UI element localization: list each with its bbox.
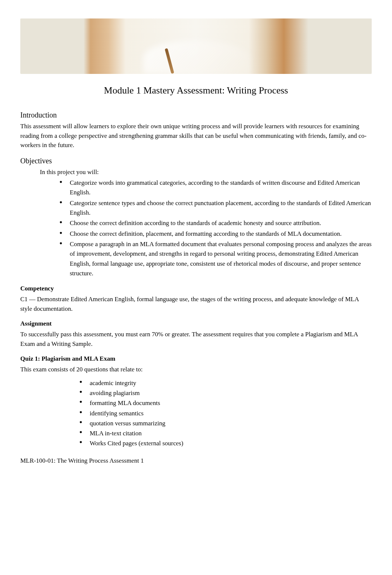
competency-text: C1 — Demonstrate Edited American English… bbox=[20, 295, 372, 313]
banner-image bbox=[20, 18, 372, 74]
objective-item: Categorize words into grammatical catego… bbox=[59, 178, 372, 198]
quiz-item: academic integrity bbox=[79, 378, 372, 388]
objective-item: Choose the correct definition, placement… bbox=[59, 229, 372, 239]
quiz-item: identifying semantics bbox=[79, 408, 372, 418]
quiz-heading: Quiz 1: Plagiarism and MLA Exam bbox=[20, 355, 372, 363]
assignment-text: To successfully pass this assessment, yo… bbox=[20, 330, 372, 348]
objective-item: Choose the correct definition according … bbox=[59, 218, 372, 228]
quiz-item: MLA in-text citation bbox=[79, 428, 372, 438]
objectives-intro: In this project you will: bbox=[40, 167, 372, 177]
quiz-list: academic integrity avoiding plagiarism f… bbox=[79, 378, 372, 448]
competency-heading: Competency bbox=[20, 285, 372, 292]
page-title: Module 1 Mastery Assessment: Writing Pro… bbox=[20, 85, 372, 96]
quiz-item: avoiding plagiarism bbox=[79, 388, 372, 398]
assignment-heading: Assignment bbox=[20, 320, 372, 327]
quiz-intro: This exam consists of 20 questions that … bbox=[20, 365, 372, 374]
objectives-heading: Objectives bbox=[20, 157, 372, 165]
introduction-heading: Introduction bbox=[20, 111, 372, 119]
introduction-text: This assessment will allow learners to e… bbox=[20, 122, 372, 150]
objective-item: Categorize sentence types and choose the… bbox=[59, 198, 372, 218]
objectives-list: Categorize words into grammatical catego… bbox=[59, 178, 372, 278]
quiz-item: quotation versus summarizing bbox=[79, 418, 372, 428]
objective-item: Compose a paragraph in an MLA formatted … bbox=[59, 239, 372, 278]
footer-line: MLR-100-01: The Writing Process Assessme… bbox=[20, 457, 372, 465]
quiz-item: formatting MLA documents bbox=[79, 398, 372, 408]
quiz-item: Works Cited pages (external sources) bbox=[79, 438, 372, 448]
